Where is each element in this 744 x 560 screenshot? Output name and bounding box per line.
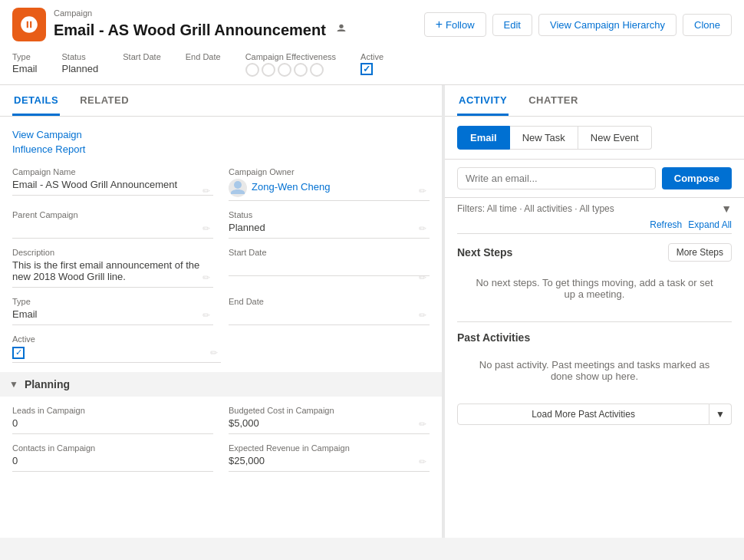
right-tabs-bar: ACTIVITY CHATTER	[445, 85, 744, 117]
field-campaign-owner: Campaign Owner Zong-Wen Cheng ✏	[229, 167, 430, 201]
dropdown-arrow-icon: ▼	[716, 409, 725, 420]
email-compose-row: Compose	[445, 160, 744, 198]
edit-type-icon[interactable]: ✏	[202, 310, 210, 321]
activity-tab-email[interactable]: Email	[457, 126, 510, 150]
edit-parent-icon[interactable]: ✏	[202, 223, 210, 234]
planning-section-title: Planning	[25, 378, 70, 390]
view-hierarchy-button[interactable]: View Campaign Hierarchy	[538, 14, 677, 36]
page-header: Campaign Email - AS Wood Grill Announcem…	[0, 0, 744, 85]
planning-fields-1: Leads in Campaign 0 Budgeted Cost in Cam…	[12, 406, 430, 443]
left-tabs-bar: DETAILS RELATED	[0, 85, 442, 117]
right-content: Next Steps More Steps No next steps. To …	[445, 234, 744, 538]
activity-tabs: Email New Task New Event	[445, 117, 744, 160]
field-campaign-name: Campaign Name Email - AS Wood Grill Anno…	[12, 167, 213, 201]
edit-campaign-name-icon[interactable]: ✏	[202, 186, 210, 196]
owner-name-link[interactable]: Zong-Wen Cheng	[252, 181, 330, 193]
edit-active-icon[interactable]: ✏	[210, 348, 218, 358]
activity-tab-new-task[interactable]: New Task	[510, 126, 578, 150]
field-group-2: Parent Campaign ✏ Status Planned ✏	[12, 210, 430, 248]
svg-point-1	[234, 181, 242, 189]
owner-row: Zong-Wen Cheng	[229, 179, 430, 197]
past-activities-section: Past Activities No past activity. Past m…	[445, 322, 744, 404]
next-steps-header: Next Steps More Steps	[457, 243, 732, 262]
activity-tab-new-event[interactable]: New Event	[578, 126, 652, 150]
edit-description-icon[interactable]: ✏	[202, 272, 210, 283]
svg-point-0	[339, 25, 343, 28]
edit-budgeted-cost-icon[interactable]: ✏	[419, 419, 426, 430]
meta-start-date: Start Date	[123, 52, 161, 63]
left-panel: DETAILS RELATED View Campaign Influence …	[0, 85, 445, 538]
owner-avatar	[229, 179, 247, 197]
planning-section-header[interactable]: ▼ Planning	[0, 372, 442, 397]
meta-type: Type Email	[12, 52, 38, 74]
left-content: View Campaign Influence Report Campaign …	[0, 117, 442, 538]
field-budgeted-cost: Budgeted Cost in Campaign $5,000 ✏	[229, 406, 430, 434]
active-checkbox: ✓	[360, 63, 373, 75]
edit-status-icon[interactable]: ✏	[419, 223, 426, 234]
header-actions: + Follow Edit View Campaign Hierarchy Cl…	[424, 12, 732, 37]
email-input[interactable]	[457, 167, 656, 189]
star-3	[278, 63, 291, 77]
header-title-group: Campaign Email - AS Wood Grill Announcem…	[54, 8, 416, 41]
meta-end-date: End Date	[186, 52, 221, 63]
load-more-row: Load More Past Activities ▼	[445, 404, 744, 437]
field-start-date: Start Date ✏	[229, 248, 430, 288]
effectiveness-stars	[245, 63, 336, 77]
field-active: Active ✓ ✏	[12, 334, 221, 363]
tab-related[interactable]: RELATED	[78, 85, 130, 116]
plus-icon: +	[436, 18, 443, 31]
object-icon	[12, 8, 46, 41]
next-steps-title: Next Steps	[457, 246, 537, 259]
tab-details[interactable]: DETAILS	[12, 85, 60, 116]
view-campaign-link[interactable]: View Campaign	[12, 129, 430, 140]
field-group-description: Description This is the first email anno…	[12, 248, 430, 297]
filters-text: Filters: All time · All activities · All…	[457, 203, 614, 214]
expand-all-link[interactable]: Expand All	[688, 219, 732, 230]
past-activities-empty: No past activity. Past meetings and task…	[457, 353, 732, 394]
filters-row: Filters: All time · All activities · All…	[445, 198, 744, 219]
planning-chevron-icon: ▼	[9, 379, 18, 390]
meta-effectiveness: Campaign Effectiveness	[245, 52, 336, 77]
tab-activity[interactable]: ACTIVITY	[457, 85, 509, 116]
right-panel: ACTIVITY CHATTER Email New Task New Even…	[445, 85, 744, 538]
edit-expected-revenue-icon[interactable]: ✏	[419, 456, 426, 467]
load-more-button[interactable]: Load More Past Activities	[457, 404, 709, 425]
star-2	[262, 63, 275, 77]
influence-report-link[interactable]: Influence Report	[12, 143, 430, 155]
edit-button[interactable]: Edit	[492, 14, 532, 36]
star-4	[294, 63, 308, 77]
meta-active: Active ✓	[360, 52, 384, 75]
tab-chatter[interactable]: CHATTER	[527, 85, 580, 116]
field-status: Status Planned ✏	[229, 210, 430, 239]
star-5	[310, 63, 324, 77]
meta-row: Type Email Status Planned Start Date End…	[12, 48, 732, 84]
next-steps-section: Next Steps More Steps No next steps. To …	[445, 234, 744, 321]
field-description: Description This is the first email anno…	[12, 248, 213, 288]
filter-funnel-icon[interactable]: ▼	[721, 203, 732, 215]
field-group-type: Type Email ✏ End Date ✏	[12, 297, 430, 334]
edit-end-date-icon[interactable]: ✏	[419, 310, 426, 321]
past-activities-title: Past Activities	[457, 331, 555, 344]
past-activities-header: Past Activities	[457, 331, 732, 344]
clone-button[interactable]: Clone	[683, 14, 732, 36]
next-steps-empty: No next steps. To get things moving, add…	[457, 271, 732, 312]
refresh-link[interactable]: Refresh	[650, 219, 682, 230]
page-title: Email - AS Wood Grill Announcement	[54, 21, 326, 39]
star-1	[245, 63, 259, 77]
object-type-label: Campaign	[54, 8, 416, 18]
load-more-dropdown-button[interactable]: ▼	[709, 404, 732, 425]
edit-start-date-icon[interactable]: ✏	[419, 272, 426, 283]
active-detail-checkbox: ✓	[12, 347, 25, 359]
more-steps-button[interactable]: More Steps	[668, 243, 732, 262]
compose-button[interactable]: Compose	[662, 167, 732, 189]
hierarchy-icon-button[interactable]	[332, 19, 351, 41]
field-group-1: Campaign Name Email - AS Wood Grill Anno…	[12, 167, 430, 210]
planning-fields-2: Contacts in Campaign 0 Expected Revenue …	[12, 443, 430, 481]
edit-owner-icon[interactable]: ✏	[419, 186, 426, 196]
campaign-links: View Campaign Influence Report	[12, 129, 430, 155]
field-contacts: Contacts in Campaign 0	[12, 443, 213, 472]
field-expected-revenue: Expected Revenue in Campaign $25,000 ✏	[229, 443, 430, 472]
main-layout: DETAILS RELATED View Campaign Influence …	[0, 85, 744, 538]
follow-button[interactable]: + Follow	[424, 12, 486, 37]
refresh-links: Refresh Expand All	[445, 219, 744, 233]
